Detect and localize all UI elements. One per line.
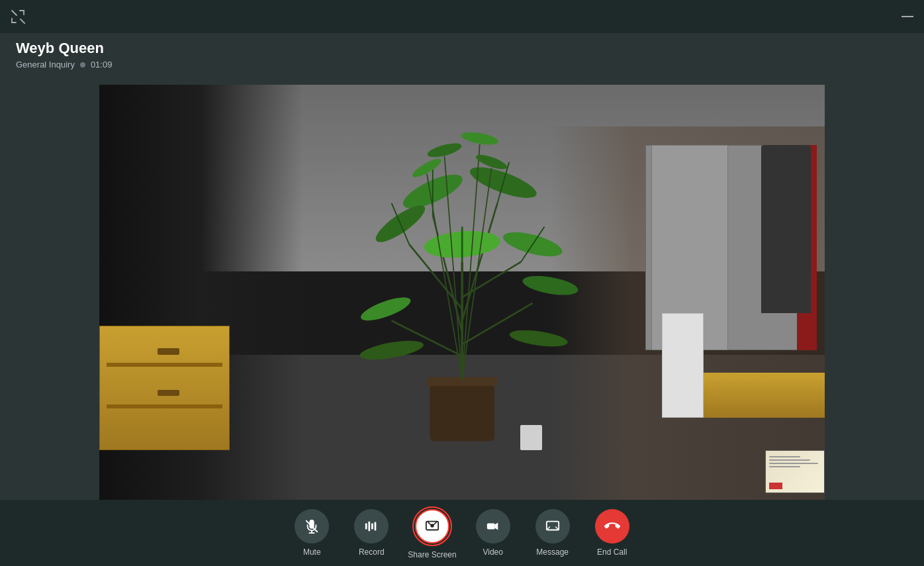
svg-rect-38 [375,522,377,531]
svg-point-40 [430,524,434,528]
video-scene [99,85,825,500]
svg-rect-0 [430,379,494,441]
compress-icon[interactable] [11,9,25,24]
svg-line-25 [427,173,462,379]
share-screen-border [412,506,452,546]
message-button[interactable]: Message [530,509,576,557]
share-screen-button[interactable]: Share Screen [408,506,456,559]
svg-rect-37 [371,523,373,529]
video-label: Video [483,547,502,557]
share-screen-label: Share Screen [408,550,456,559]
record-icon [364,519,379,534]
mute-icon-circle [295,509,329,543]
svg-rect-41 [487,523,495,529]
call-info: Weyb Queen General Inquiry 01:09 [16,40,112,70]
end-call-label: End Call [597,547,627,557]
svg-point-19 [358,293,413,325]
svg-rect-36 [369,522,371,532]
plant-svg [317,97,607,450]
record-button[interactable]: Record [348,509,394,557]
t-line-4 [769,466,800,467]
thumbnail-inner [766,451,824,493]
t-line-2 [769,459,810,461]
share-screen-icon-circle [415,509,449,543]
caller-name: Weyb Queen [16,40,112,57]
message-label: Message [536,547,569,557]
record-label: Record [359,547,385,557]
top-bar-left [11,9,25,24]
svg-rect-35 [365,523,367,529]
thumbnail-red-block [769,483,782,489]
mute-button[interactable]: Mute [289,509,335,557]
thumbnail-preview [765,450,825,493]
t-line-3 [769,463,818,464]
svg-line-24 [462,167,491,379]
svg-line-23 [462,144,480,379]
call-dot [80,62,85,68]
end-call-button[interactable]: End Call [589,509,635,557]
record-icon-circle [354,509,389,543]
mute-label: Mute [303,547,321,557]
end-call-icon [604,518,620,534]
svg-point-18 [521,272,579,298]
top-bar-right [901,16,913,17]
svg-point-31 [508,327,569,349]
thumbnail-lines [769,456,821,469]
call-meta: General Inquiry 01:09 [16,60,112,70]
controls-bar: Mute Record Share Screen [0,500,924,566]
call-duration: 01:09 [91,60,113,70]
video-icon [486,519,500,534]
share-screen-icon [425,519,439,534]
video-container [99,85,825,500]
top-bar [0,0,924,33]
message-icon-circle [535,509,570,543]
mute-icon [304,519,319,534]
end-call-icon-circle [595,509,629,543]
minimize-icon[interactable] [901,16,913,17]
message-icon [545,519,560,534]
video-icon-circle [476,509,510,543]
call-type: General Inquiry [16,60,75,70]
video-button[interactable]: Video [470,509,516,557]
svg-point-30 [358,337,424,363]
t-line-1 [769,456,800,457]
